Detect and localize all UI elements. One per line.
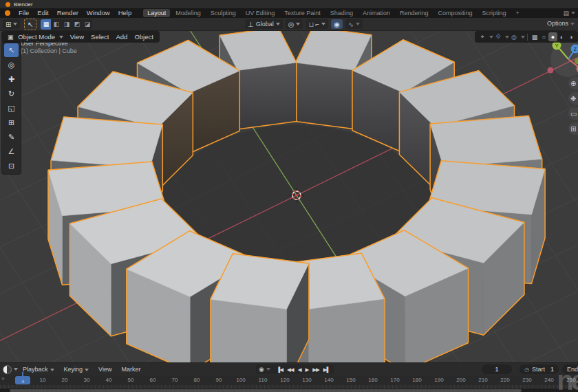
shading-sphere-1[interactable]: ●	[548, 32, 557, 41]
tab-layout[interactable]: Layout	[143, 9, 170, 17]
timeline-editor-type-button[interactable]	[3, 365, 18, 374]
pivot-dropdown[interactable]: ◎	[286, 19, 303, 29]
menu-file[interactable]: File	[14, 8, 33, 18]
tab-texture-paint[interactable]: Texture Paint	[280, 9, 325, 17]
magnet-icon: ⊔	[308, 21, 314, 28]
playhead[interactable]	[22, 372, 23, 380]
toolbar-tool-6[interactable]: ✎	[4, 130, 19, 144]
timeline-menu-playback[interactable]: Playback	[18, 366, 59, 373]
navigation-gizmo[interactable]: YZX	[545, 39, 578, 77]
snap-group[interactable]: ⊔ ⌐	[306, 19, 328, 29]
playback-controls: ▐◀◀◀◀▶▶▶▶▌	[272, 364, 334, 374]
viewport-nav-icon-0[interactable]: ⊕	[568, 77, 578, 89]
timeline-menu-keying[interactable]: Keying	[59, 366, 94, 373]
scrollbar-thumb[interactable]	[10, 389, 522, 392]
workspace-tabs: LayoutModelingSculptingUV EditingTexture…	[142, 9, 524, 17]
viewport-menu-strip: ▣ Object Mode ViewSelectAddObject	[1, 31, 160, 43]
playback-button-0[interactable]: ▐◀	[275, 367, 285, 373]
end-frame-field[interactable]: End250	[562, 364, 578, 374]
shading-sphere-0[interactable]: ○	[539, 32, 548, 41]
gizmos-icon[interactable]: ⟐	[493, 33, 503, 41]
playback-button-4[interactable]: ▶▶	[310, 367, 321, 373]
active-tool-button[interactable]: ↖	[24, 19, 36, 30]
object-visibility-icon[interactable]: ⌖	[478, 33, 487, 41]
view-layer-icon[interactable]: ▤	[563, 10, 569, 17]
pivot-icon: ◎	[288, 21, 295, 28]
orientation-dropdown[interactable]: ⊥ Global	[245, 19, 283, 29]
shading-sphere-2[interactable]: ◐	[557, 32, 566, 41]
tab-+[interactable]: +	[512, 9, 524, 17]
tab-modeling[interactable]: Modeling	[171, 9, 205, 17]
tab-sculpting[interactable]: Sculpting	[206, 9, 240, 17]
viewport-nav-icon-1[interactable]: ✥	[568, 92, 578, 105]
toolbar-tool-5[interactable]: ⊞	[4, 116, 19, 129]
select-mode-icon-0[interactable]: ▦	[41, 19, 51, 30]
select-mode-icon-2[interactable]: ◨	[61, 19, 72, 30]
viewport-menu-select[interactable]: Select	[87, 33, 112, 41]
viewport-header: ⊞ ↖ ▦◧◨◩◪ ⊥ Global ◎ ⊔ ⌐ ◉ ∿ Options	[0, 18, 578, 31]
gizmo-axis-ball[interactable]	[548, 67, 554, 74]
tab-rendering[interactable]: Rendering	[396, 9, 433, 17]
proportional-edit-toggle[interactable]: ◉	[331, 19, 343, 29]
auto-keying-button[interactable]: ◉	[256, 364, 273, 374]
start-frame-field[interactable]: ◷ Start1	[520, 364, 559, 374]
snap-target-icon: ⌐	[315, 21, 319, 28]
viewport-nav-icon-2[interactable]: ▭	[568, 107, 578, 120]
frame-label-210: 210	[478, 377, 487, 383]
viewport-menu-view[interactable]: View	[67, 33, 87, 41]
toolbar-tool-4[interactable]: ◱	[4, 101, 19, 115]
tab-animation[interactable]: Animation	[358, 9, 394, 17]
tab-shading[interactable]: Shading	[326, 9, 357, 17]
view-layer-caret[interactable]	[571, 12, 575, 14]
frame-label-230: 230	[522, 377, 531, 383]
frame-label-110: 110	[259, 377, 268, 383]
select-mode-icon-3[interactable]: ◩	[72, 19, 82, 30]
xray-toggle-icon[interactable]: ▩	[530, 34, 539, 41]
toolbar-tool-0[interactable]: ↖	[4, 43, 19, 57]
timeline-menu-marker[interactable]: Marker	[116, 366, 145, 373]
playback-button-5[interactable]: ▶▌	[321, 367, 332, 373]
toolbar-tool-8[interactable]: ⊡	[4, 159, 19, 173]
tab-scripting[interactable]: Scripting	[478, 9, 510, 17]
toolbar-tool-7[interactable]: ∠	[4, 144, 19, 158]
overlays-icon[interactable]: ◎	[509, 34, 519, 41]
frame-label-20: 20	[62, 377, 68, 383]
viewport-menu-object[interactable]: Object	[131, 33, 156, 41]
timeline-ruler[interactable]: 1020304050607080901001101201301401501601…	[0, 375, 578, 385]
menu-window[interactable]: Window	[83, 8, 114, 18]
toolbar-tool-3[interactable]: ↻	[4, 87, 19, 100]
blender-menu-icon[interactable]	[5, 10, 10, 16]
shading-sphere-3[interactable]: ◑	[566, 32, 575, 41]
tab-compositing[interactable]: Compositing	[434, 9, 476, 17]
playback-button-3[interactable]: ▶	[303, 367, 310, 373]
frame-label-80: 80	[194, 377, 200, 383]
clock-icon	[3, 365, 12, 374]
viewport-3d[interactable]	[0, 0, 578, 392]
select-mode-icon-1[interactable]: ◧	[51, 19, 61, 30]
timeline-scrollbar[interactable]	[0, 389, 578, 392]
editor-type-icon: ⊞	[6, 21, 11, 28]
toolbar-tool-2[interactable]: ✚	[4, 72, 19, 86]
toolbar-tool-1[interactable]: ◎	[4, 58, 19, 72]
cube-face-top	[51, 117, 162, 168]
timeline-panel: PlaybackKeyingViewMarker ◉ ▐◀◀◀◀▶▶▶▶▌ 1 …	[0, 362, 578, 392]
top-menu-bar: FileEditRenderWindowHelp LayoutModelingS…	[0, 8, 578, 18]
viewport-menu-add[interactable]: Add	[113, 33, 131, 41]
viewport-shading-strip: ⌖ ⟐ ◎ ▩ ○●◐◑	[475, 31, 578, 43]
falloff-dropdown[interactable]: ∿	[345, 19, 363, 29]
timeline-expand-icon[interactable]: »	[1, 375, 4, 382]
menu-help[interactable]: Help	[114, 8, 136, 18]
menu-edit[interactable]: Edit	[33, 8, 52, 18]
mode-selector[interactable]: ▣ Object Mode	[4, 33, 67, 41]
timeline-menu-view[interactable]: View	[94, 366, 116, 373]
editor-type-button[interactable]: ⊞	[3, 19, 20, 29]
options-button[interactable]: Options	[547, 20, 575, 27]
menu-render[interactable]: Render	[53, 8, 83, 18]
tab-uv-editing[interactable]: UV Editing	[242, 9, 279, 17]
playback-button-1[interactable]: ◀◀	[285, 367, 296, 373]
current-frame-field[interactable]: 1	[482, 364, 512, 374]
orientation-label: Global	[256, 21, 274, 28]
playback-button-2[interactable]: ◀	[296, 367, 303, 373]
select-mode-icon-4[interactable]: ◪	[82, 19, 92, 30]
viewport-nav-icon-3[interactable]: ⊞	[568, 122, 578, 135]
